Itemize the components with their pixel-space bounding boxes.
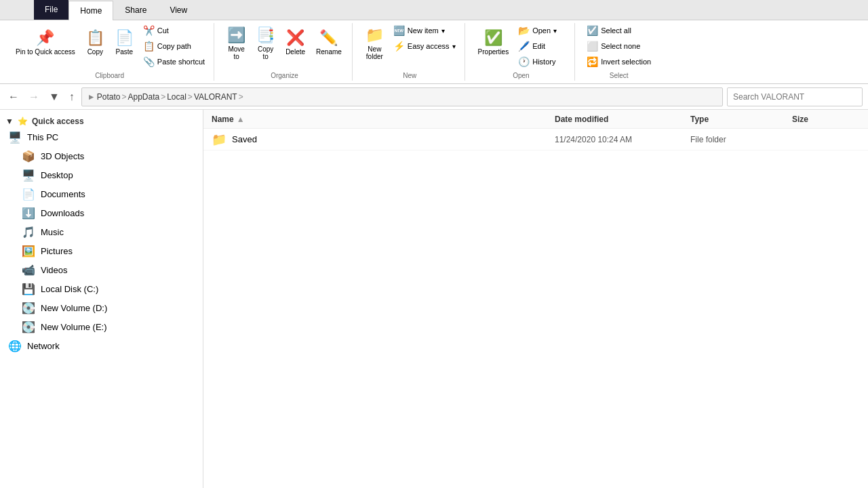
sidebar-item-new-volume-e[interactable]: 💽 New Volume (E:) xyxy=(0,317,203,336)
properties-icon: ✅ xyxy=(484,29,502,47)
3d-objects-icon: 📦 xyxy=(22,150,35,163)
sidebar-item-new-volume-d[interactable]: 💽 New Volume (D:) xyxy=(0,298,203,317)
local-disk-c-label: Local Disk (C:) xyxy=(41,284,98,294)
path-local: Local xyxy=(167,92,186,102)
this-pc-label: This PC xyxy=(27,132,58,142)
ribbon: 📌 Pin to Quick access 📋 Copy 📄 Paste ✂️ … xyxy=(0,20,868,84)
move-to-button[interactable]: ➡️ Moveto xyxy=(222,23,250,64)
new-small-buttons: 🆕 New item ▾ ⚡ Easy access ▾ xyxy=(390,23,459,54)
organize-buttons: ➡️ Moveto 📑 Copyto ❌ Delete ✏️ Rename xyxy=(222,23,347,69)
copy-to-icon: 📑 xyxy=(256,26,275,44)
forward-button[interactable]: → xyxy=(26,89,42,104)
new-volume-d-icon: 💽 xyxy=(22,302,35,314)
tab-view[interactable]: View xyxy=(158,0,199,20)
sidebar-item-music[interactable]: 🎵 Music xyxy=(0,222,203,241)
sidebar-item-pictures[interactable]: 🖼️ Pictures xyxy=(0,241,203,260)
cut-icon: ✂️ xyxy=(143,25,155,36)
folder-icon: 📁 xyxy=(212,132,226,147)
move-icon: ➡️ xyxy=(227,26,245,44)
file-menu-tab[interactable]: File xyxy=(34,0,68,20)
paste-shortcut-icon: 📎 xyxy=(143,56,155,67)
this-pc-icon: 🖥️ xyxy=(8,131,22,144)
address-bar: ← → ▼ ↑ ► Potato > AppData > Local > VAL… xyxy=(0,84,868,110)
music-label: Music xyxy=(41,227,64,237)
delete-icon: ❌ xyxy=(286,29,304,47)
open-icon: 📂 xyxy=(518,25,530,36)
select-none-icon: ⬜ xyxy=(587,41,598,52)
pin-icon: 📌 xyxy=(36,29,54,47)
sidebar-item-local-disk-c[interactable]: 💾 Local Disk (C:) xyxy=(0,279,203,298)
new-label: New xyxy=(361,69,459,79)
history-button[interactable]: 🕐 History xyxy=(515,54,569,69)
open-label: Open xyxy=(473,69,570,79)
videos-label: Videos xyxy=(41,265,68,275)
paste-button[interactable]: 📄 Paste xyxy=(111,23,138,61)
address-path[interactable]: ► Potato > AppData > Local > VALORANT > xyxy=(81,87,723,106)
clipboard-buttons: 📌 Pin to Quick access 📋 Copy 📄 Paste ✂️ … xyxy=(11,23,208,69)
cut-button[interactable]: ✂️ Cut xyxy=(140,23,208,38)
copy-icon: 📋 xyxy=(86,29,104,47)
3d-objects-label: 3D Objects xyxy=(41,151,84,161)
tab-share[interactable]: Share xyxy=(113,0,158,20)
column-name[interactable]: Name ▲ xyxy=(212,115,555,124)
sidebar-item-videos[interactable]: 📹 Videos xyxy=(0,260,203,279)
clipboard-small-buttons: ✂️ Cut 📋 Copy path 📎 Paste shortcut xyxy=(140,23,208,69)
paste-icon: 📄 xyxy=(115,29,134,47)
column-date-modified[interactable]: Date modified xyxy=(555,115,690,124)
edit-button[interactable]: 🖊️ Edit xyxy=(515,39,569,54)
up-button[interactable]: ↑ xyxy=(66,89,77,104)
copy-path-button[interactable]: 📋 Copy path xyxy=(140,39,208,54)
network-label: Network xyxy=(27,341,60,351)
search-input[interactable] xyxy=(727,87,863,106)
sidebar-item-network[interactable]: 🌐 Network xyxy=(0,336,203,355)
column-type[interactable]: Type xyxy=(690,115,792,124)
network-icon: 🌐 xyxy=(8,340,22,352)
downloads-icon: ⬇️ xyxy=(22,207,35,220)
sidebar-item-this-pc[interactable]: 🖥️ This PC xyxy=(0,127,203,146)
documents-icon: 📄 xyxy=(22,188,35,201)
edit-icon: 🖊️ xyxy=(518,41,530,52)
select-small-buttons: ☑️ Select all ⬜ Select none 🔁 Invert sel… xyxy=(583,23,654,69)
sidebar-item-documents[interactable]: 📄 Documents xyxy=(0,184,203,203)
table-row[interactable]: 📁 Saved 11/24/2020 10:24 AM File folder xyxy=(203,129,868,150)
column-size[interactable]: Size xyxy=(792,115,860,124)
new-item-button[interactable]: 🆕 New item ▾ xyxy=(390,23,459,38)
rename-button[interactable]: ✏️ Rename xyxy=(311,23,347,61)
new-folder-button[interactable]: 📁 Newfolder xyxy=(361,23,389,64)
invert-selection-button[interactable]: 🔁 Invert selection xyxy=(583,54,654,69)
pictures-label: Pictures xyxy=(41,246,73,256)
copy-button[interactable]: 📋 Copy xyxy=(81,23,109,61)
back-button[interactable]: ← xyxy=(5,89,22,104)
sidebar-item-downloads[interactable]: ⬇️ Downloads xyxy=(0,203,203,222)
file-name: Saved xyxy=(232,134,555,144)
path-appdata: AppData xyxy=(127,92,159,102)
paste-shortcut-button[interactable]: 📎 Paste shortcut xyxy=(140,54,208,69)
recent-button[interactable]: ▼ xyxy=(46,89,62,104)
path-potato: Potato xyxy=(97,92,121,102)
quick-access-star-icon: ⭐ xyxy=(18,117,28,126)
tab-home[interactable]: Home xyxy=(68,1,113,20)
path-valorant: VALORANT xyxy=(194,92,237,102)
select-none-button[interactable]: ⬜ Select none xyxy=(583,39,654,54)
new-buttons: 📁 Newfolder 🆕 New item ▾ ⚡ Easy access ▾ xyxy=(361,23,459,69)
copy-to-button[interactable]: 📑 Copyto xyxy=(252,23,279,64)
properties-button[interactable]: ✅ Properties xyxy=(473,23,514,61)
ribbon-group-clipboard: 📌 Pin to Quick access 📋 Copy 📄 Paste ✂️ … xyxy=(5,23,214,81)
ribbon-group-organize: ➡️ Moveto 📑 Copyto ❌ Delete ✏️ Rename Or… xyxy=(217,23,353,81)
sidebar-item-3d-objects[interactable]: 📦 3D Objects xyxy=(0,146,203,165)
select-all-button[interactable]: ☑️ Select all xyxy=(583,23,654,38)
ribbon-group-new: 📁 Newfolder 🆕 New item ▾ ⚡ Easy access ▾… xyxy=(355,23,465,81)
sidebar-section-quick-access[interactable]: ▼ ⭐ Quick access xyxy=(0,113,203,127)
pin-to-quick-access-button[interactable]: 📌 Pin to Quick access xyxy=(11,23,80,61)
file-date: 11/24/2020 10:24 AM xyxy=(555,135,690,144)
history-icon: 🕐 xyxy=(518,56,530,67)
easy-access-button[interactable]: ⚡ Easy access ▾ xyxy=(390,39,459,54)
new-volume-d-label: New Volume (D:) xyxy=(41,303,107,313)
sidebar-item-desktop[interactable]: 🖥️ Desktop xyxy=(0,165,203,184)
new-folder-icon: 📁 xyxy=(366,26,384,44)
delete-button[interactable]: ❌ Delete xyxy=(281,23,310,61)
desktop-label: Desktop xyxy=(41,170,73,180)
local-disk-c-icon: 💾 xyxy=(22,283,35,296)
open-button[interactable]: 📂 Open ▾ xyxy=(515,23,569,38)
downloads-label: Downloads xyxy=(41,208,84,218)
